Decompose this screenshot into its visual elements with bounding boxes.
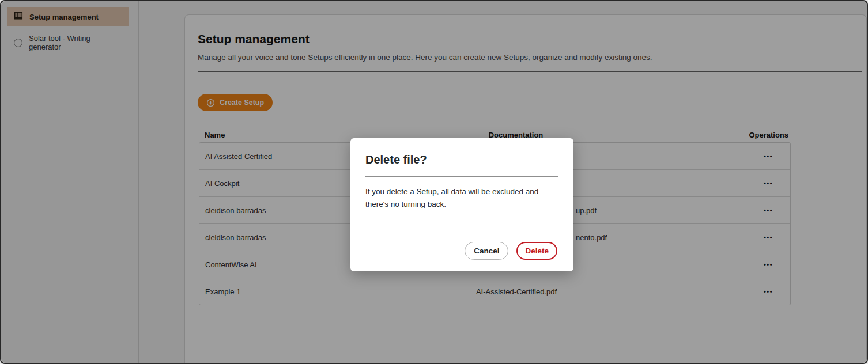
dialog-message: If you delete a Setup, all data will be … <box>365 185 558 210</box>
dialog-title: Delete file? <box>365 153 558 166</box>
delete-button[interactable]: Delete <box>516 242 557 260</box>
dialog-divider <box>365 176 558 177</box>
delete-confirmation-dialog: Delete file? If you delete a Setup, all … <box>350 138 573 271</box>
app-window: Setup management Solar tool - Writing ge… <box>0 0 868 364</box>
cancel-button[interactable]: Cancel <box>465 242 508 260</box>
dialog-actions: Cancel Delete <box>465 242 557 260</box>
